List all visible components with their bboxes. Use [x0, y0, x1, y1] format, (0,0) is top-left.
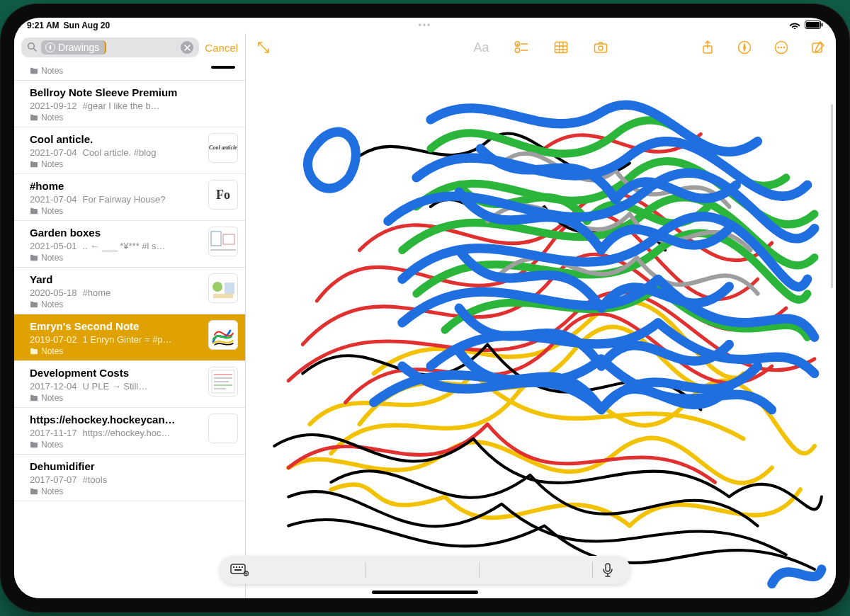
note-meta: 2021-05-01.. ← ___ *¥*** #l s…: [30, 241, 237, 251]
note-title: Bellroy Note Sleeve Premium: [30, 86, 237, 99]
expand-sidebar-icon[interactable]: [256, 40, 271, 55]
note-title: Emryn's Second Note: [30, 320, 237, 333]
svg-point-17: [515, 42, 519, 46]
predictive-slot-2[interactable]: [366, 556, 479, 584]
note-meta: 2021-07-04For Fairway House?: [30, 194, 237, 205]
search-field[interactable]: Drawings: [21, 38, 199, 57]
svg-point-33: [783, 47, 786, 49]
note-list-item[interactable]: Development Costs2017-12-04U PLE → Still…: [14, 361, 245, 408]
app-content: Drawings Cancel NotesBellroy Note Sleeve…: [14, 33, 836, 598]
svg-rect-37: [236, 566, 237, 568]
svg-point-31: [778, 47, 780, 49]
predictive-slot-1[interactable]: [252, 556, 366, 584]
svg-point-27: [599, 46, 603, 50]
predictive-bar[interactable]: [220, 556, 630, 584]
search-icon: [27, 42, 37, 54]
search-token-text: Drawings: [58, 42, 99, 53]
note-folder: Notes: [30, 113, 237, 122]
svg-rect-35: [231, 564, 245, 574]
note-meta: 2017-11-17https://ehockey.hoc…: [30, 428, 237, 438]
note-list-item[interactable]: Garden boxes2021-05-01.. ← ___ *¥*** #l …: [14, 221, 245, 268]
search-filter-token[interactable]: Drawings: [41, 40, 106, 55]
note-folder: Notes: [30, 346, 237, 356]
note-meta: 2019-07-021 Enryn Ginter = #p…: [30, 334, 237, 345]
table-button[interactable]: [553, 40, 569, 55]
note-meta: 2017-07-07#tools: [30, 474, 237, 485]
dictation-icon[interactable]: [595, 557, 620, 583]
status-bar: 9:21 AM Sun Aug 20: [14, 18, 836, 33]
note-title: https://ehockey.hockeycan…: [30, 413, 237, 426]
notes-list[interactable]: NotesBellroy Note Sleeve Premium2021-09-…: [14, 62, 245, 598]
compose-button[interactable]: [810, 40, 826, 55]
drawing-canvas[interactable]: [246, 62, 836, 598]
note-list-item[interactable]: #home2021-07-04For Fairway House?NotesFo: [14, 174, 245, 221]
note-title: Garden boxes: [30, 227, 237, 239]
svg-rect-5: [211, 232, 221, 246]
note-title: #home: [30, 180, 237, 193]
note-title: Yard: [30, 273, 237, 286]
note-list-item[interactable]: https://ehockey.hockeycan…2017-11-17http…: [14, 408, 245, 455]
svg-rect-42: [606, 564, 610, 571]
svg-rect-10: [213, 294, 233, 298]
note-folder: Notes: [30, 393, 237, 403]
svg-rect-39: [242, 566, 243, 568]
note-meta: 2021-07-04Cool article. #blog: [30, 147, 237, 158]
note-thumbnail: Fo: [208, 180, 238, 210]
note-list-item[interactable]: Cool anticle.2021-07-04Cool article. #bl…: [14, 127, 245, 174]
home-indicator[interactable]: [372, 591, 478, 594]
svg-point-8: [212, 282, 222, 292]
svg-rect-40: [234, 569, 242, 571]
clear-search-icon[interactable]: [181, 41, 193, 54]
wifi-icon: [789, 21, 800, 31]
share-button[interactable]: [700, 40, 715, 55]
checklist-button[interactable]: [514, 40, 529, 55]
svg-rect-26: [594, 44, 606, 52]
pencil-tip-icon: [45, 42, 55, 52]
cancel-search-button[interactable]: Cancel: [205, 42, 238, 54]
keyboard-icon[interactable]: [227, 557, 252, 583]
ipad-device-frame: ••• 9:21 AM Sun Aug 20: [0, 4, 850, 612]
note-thumbnail: Cool anticle: [208, 133, 238, 163]
status-date: Sun Aug 20: [64, 21, 110, 30]
search-row: Drawings Cancel: [14, 33, 245, 62]
svg-rect-38: [239, 566, 240, 568]
note-list-item[interactable]: Notes: [14, 62, 245, 81]
editor-toolbar: Aa: [246, 33, 836, 62]
note-editor: Aa: [246, 33, 836, 598]
note-list-item[interactable]: Yard2020-05-18#homeNotes: [14, 268, 245, 314]
note-folder: Notes: [30, 253, 237, 263]
predictive-slot-3[interactable]: [479, 556, 592, 584]
note-meta: 2021-09-12#gear I like the b…: [30, 101, 237, 111]
svg-point-32: [781, 47, 783, 49]
note-title: Dehumidifier: [30, 460, 237, 473]
scribble-drawing: [246, 62, 836, 598]
note-title: Development Costs: [30, 367, 237, 380]
more-button[interactable]: [774, 40, 789, 55]
scroll-indicator: [831, 104, 833, 288]
note-folder: Notes: [30, 486, 237, 496]
thumb-line: [211, 66, 235, 69]
markup-button[interactable]: [737, 40, 752, 55]
svg-rect-36: [233, 566, 234, 568]
note-folder: Notes: [30, 159, 237, 169]
svg-rect-1: [806, 22, 820, 28]
note-thumbnail: [208, 367, 238, 397]
svg-point-19: [515, 48, 519, 52]
battery-icon: [805, 21, 823, 31]
note-list-item[interactable]: Emryn's Second Note2019-07-021 Enryn Gin…: [14, 314, 245, 361]
svg-rect-6: [223, 234, 234, 244]
note-thumbnail: [208, 413, 238, 443]
note-folder: Notes: [30, 66, 237, 76]
camera-button[interactable]: [593, 40, 608, 55]
status-time: 9:21 AM: [27, 21, 60, 30]
screen: ••• 9:21 AM Sun Aug 20: [14, 18, 836, 598]
text-format-button[interactable]: Aa: [474, 40, 489, 55]
note-meta: 2020-05-18#home: [30, 287, 237, 298]
note-folder: Notes: [30, 440, 237, 450]
note-folder: Notes: [30, 300, 237, 309]
notes-sidebar: Drawings Cancel NotesBellroy Note Sleeve…: [14, 33, 246, 598]
note-folder: Notes: [30, 206, 237, 216]
note-meta: 2017-12-04U PLE → Still…: [30, 381, 237, 392]
note-list-item[interactable]: Dehumidifier2017-07-07#toolsNotes: [14, 455, 245, 501]
note-list-item[interactable]: Bellroy Note Sleeve Premium2021-09-12#ge…: [14, 81, 245, 127]
